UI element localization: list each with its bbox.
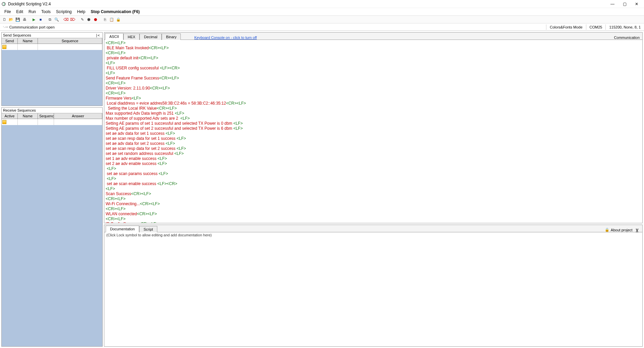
status-baud[interactable]: 115200, None, 8, 1 <box>605 24 644 30</box>
tab-hex[interactable]: HEX <box>123 34 140 40</box>
tab-decimal[interactable]: Decimal <box>140 34 162 40</box>
script-tool2-icon[interactable]: ⬢ <box>86 16 92 22</box>
menu-file[interactable]: File <box>2 9 13 15</box>
status-bar: ⟍⟶ Commmunication port open Colors&Fonts… <box>0 23 644 31</box>
play-icon[interactable]: ▶ <box>31 16 37 22</box>
send-sequences-panel: Send Sequences |< Send Name Sequence <box>1 32 103 106</box>
terminal-output[interactable]: <CR><LF> BLE Main Task Invoked<CR><LF> <… <box>104 40 642 223</box>
keyboard-console-link[interactable]: Keyboard Console on - click to turn off <box>194 36 257 40</box>
about-project-label[interactable]: About project <box>611 228 633 232</box>
about-letter[interactable]: V <box>634 228 638 232</box>
status-text: Commmunication port open <box>9 25 55 29</box>
recv-col-active: Active <box>2 113 18 119</box>
tab-documentation[interactable]: Documentation <box>106 226 139 232</box>
send-col-send: Send <box>2 38 18 44</box>
clear-rx-icon[interactable]: ⌫ <box>63 16 69 22</box>
documentation-body[interactable]: (Click Lock symbol to allow editing and … <box>104 232 642 346</box>
lock-icon[interactable]: 🔒 <box>605 228 609 232</box>
menu-help[interactable]: Help <box>75 9 88 15</box>
paste-icon[interactable]: 📋 <box>109 16 115 22</box>
documentation-panel: Documentation Script 🔒 About project V (… <box>104 225 643 347</box>
collapse-send-icon[interactable]: |< <box>94 34 101 37</box>
search-icon[interactable]: 🔍 <box>54 16 60 22</box>
save-icon[interactable]: 💾 <box>15 16 21 22</box>
menu-edit[interactable]: Edit <box>14 9 25 15</box>
recv-col-answer: Answer <box>54 113 102 119</box>
open-icon[interactable]: 📂 <box>8 16 14 22</box>
left-column: Send Sequences |< Send Name Sequence Rec… <box>0 31 104 348</box>
menu-scripting[interactable]: Scripting <box>54 9 74 15</box>
print-icon[interactable]: 🖶 <box>21 16 28 22</box>
main-area: Send Sequences |< Send Name Sequence Rec… <box>0 31 644 348</box>
menu-bar: File Edit Run Tools Scripting Help Stop … <box>0 8 644 15</box>
send-row-icon[interactable] <box>2 45 6 49</box>
toolbar: 🗋 📂 💾 🖶 ▶ ■ ⧉ 🔍 ⌫ ⌦ ✎ ⬢ ⬣ ⎘ 📋 🔒 <box>0 15 644 23</box>
clear-tx-icon[interactable]: ⌦ <box>70 16 76 22</box>
maximize-button[interactable]: ▢ <box>619 0 631 8</box>
recv-col-name: Name <box>18 113 38 119</box>
send-row[interactable] <box>2 44 102 50</box>
tab-binary[interactable]: Binary <box>162 34 181 40</box>
minimize-button[interactable]: — <box>606 0 619 8</box>
status-mode[interactable]: Colors&Fonts Mode <box>546 24 586 30</box>
script-tool1-icon[interactable]: ✎ <box>79 16 85 22</box>
comm-settings-icon[interactable]: ⧉ <box>47 16 53 22</box>
new-icon[interactable]: 🗋 <box>1 16 7 22</box>
lock-toolbar-icon[interactable]: 🔒 <box>115 16 121 22</box>
copy-icon[interactable]: ⎘ <box>102 16 108 22</box>
tab-script[interactable]: Script <box>139 226 157 232</box>
right-column: ASCII HEX Decimal Binary Keyboard Consol… <box>104 31 644 348</box>
communication-label: Communication <box>611 36 642 40</box>
recv-header-row: Active Name Sequence Answer <box>2 113 102 119</box>
tab-ascii[interactable]: ASCII <box>105 33 123 40</box>
send-header-row: Send Name Sequence <box>2 38 102 44</box>
receive-sequences-panel: Receive Sequences Active Name Sequence A… <box>1 107 103 347</box>
recv-row[interactable] <box>2 119 102 125</box>
send-col-name: Name <box>18 38 38 44</box>
communication-panel: ASCII HEX Decimal Binary Keyboard Consol… <box>104 32 643 223</box>
status-port[interactable]: COM25 <box>586 24 606 30</box>
app-icon <box>1 2 6 6</box>
menu-run[interactable]: Run <box>26 9 38 15</box>
close-button[interactable]: ✕ <box>631 0 643 8</box>
comm-tabs: ASCII HEX Decimal Binary Keyboard Consol… <box>104 33 642 40</box>
menu-stop-communication[interactable]: Stop Communication (F6) <box>88 9 142 15</box>
title-bar: Docklight Scripting V2.4 — ▢ ✕ <box>0 0 644 8</box>
status-arrow-icon: ⟍⟶ <box>2 25 7 29</box>
send-sequences-title: Send Sequences <box>3 33 94 37</box>
stop-icon[interactable]: ■ <box>38 16 44 22</box>
receive-sequences-title: Receive Sequences <box>3 108 101 112</box>
send-col-sequence: Sequence <box>38 38 102 44</box>
window-title: Docklight Scripting V2.4 <box>8 2 51 6</box>
recv-col-sequence: Sequence <box>38 113 54 119</box>
script-tool3-icon[interactable]: ⬣ <box>93 16 99 22</box>
recv-row-icon[interactable] <box>2 120 6 124</box>
menu-tools[interactable]: Tools <box>39 9 53 15</box>
